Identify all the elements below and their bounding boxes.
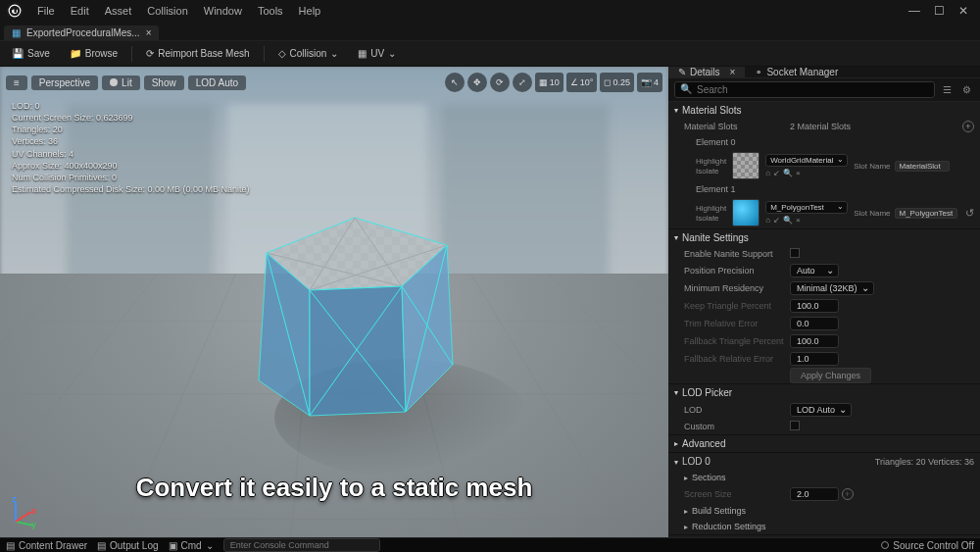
menu-asset[interactable]: Asset <box>97 5 140 17</box>
screen-size-field[interactable]: 2.0 <box>790 487 839 501</box>
reset-icon[interactable]: × <box>796 216 801 225</box>
element0-slot-name-field[interactable]: MaterialSlot <box>895 161 950 172</box>
element0-material-dropdown[interactable]: WorldGridMaterial <box>765 154 848 167</box>
category-header-sections[interactable]: ▸Sections <box>668 470 980 485</box>
category-header-lod-picker[interactable]: ▾LOD Picker <box>668 384 980 401</box>
lit-label: Lit <box>122 77 132 88</box>
show-label: Show <box>152 77 176 88</box>
add-material-slot-button[interactable]: + <box>962 121 974 132</box>
chevron-down-icon: ⌄ <box>388 48 396 59</box>
viewport-show-dropdown[interactable]: Show <box>144 75 184 90</box>
camera-speed-button[interactable]: 📷4 <box>637 73 662 92</box>
viewport-lit-dropdown[interactable]: Lit <box>102 75 140 90</box>
reimport-label: Reimport Base Mesh <box>158 48 249 59</box>
element1-highlight[interactable]: Highlight <box>696 204 726 213</box>
element1-slot-name-field[interactable]: M_PolygonTest <box>895 208 958 219</box>
category-header-build[interactable]: ▸Build Settings <box>668 503 980 519</box>
source-control-label: Source Control Off <box>893 540 974 551</box>
console-command-input[interactable] <box>223 538 380 552</box>
browse-button[interactable]: 📁 Browse <box>64 46 123 61</box>
axis-gizmo[interactable]: z x y <box>10 498 39 527</box>
source-control-button[interactable]: Source Control Off <box>881 540 974 551</box>
material-slots-count: 2 Material Slots <box>790 122 962 131</box>
category-header-nanite[interactable]: ▾Nanite Settings <box>668 229 980 246</box>
close-icon[interactable]: × <box>730 67 736 77</box>
category-material-slots: ▾Material Slots Material Slots 2 Materia… <box>668 102 980 229</box>
viewport[interactable]: ≡ Perspective Lit Show LOD Auto ↖ ✥ ⟳ ⤢ … <box>0 67 668 537</box>
screen-size-add-button[interactable]: + <box>842 488 854 500</box>
element1-isolate[interactable]: Isolate <box>696 214 726 223</box>
reimport-button[interactable]: ⟳ Reimport Base Mesh <box>140 46 255 61</box>
translate-mode-button[interactable]: ✥ <box>467 73 487 92</box>
browse-asset-icon[interactable]: ⌂ <box>765 216 770 225</box>
uv-label: UV <box>370 48 384 59</box>
asset-tab[interactable]: ▦ ExportedProceduralMes... × <box>4 25 159 40</box>
reset-icon[interactable]: × <box>796 169 801 177</box>
material-thumbnail[interactable] <box>732 152 760 179</box>
chevron-down-icon: ▾ <box>674 233 678 242</box>
viewport-lod-dropdown[interactable]: LOD Auto <box>188 75 246 90</box>
window-close-button[interactable]: ✕ <box>958 4 968 18</box>
find-icon[interactable]: 🔍 <box>783 216 793 225</box>
cmd-dropdown[interactable]: ▣Cmd ⌄ <box>169 540 214 551</box>
uv-dropdown[interactable]: ▦ UV ⌄ <box>352 46 402 61</box>
use-selection-icon[interactable]: ↙ <box>773 216 780 225</box>
content-drawer-button[interactable]: ▤Content Drawer <box>6 540 87 551</box>
nanite-tre-label: Trim Relative Error <box>684 319 790 328</box>
static-mesh[interactable] <box>227 198 482 441</box>
menu-file[interactable]: File <box>29 5 63 17</box>
lod-custom-checkbox[interactable] <box>790 421 800 430</box>
output-log-button[interactable]: ▤Output Log <box>97 540 158 551</box>
details-panel: ✎Details× ⚬Socket Manager 🔍 ☰ ⚙ ▾Materia… <box>668 67 980 537</box>
angle-snap-button[interactable]: ∠10° <box>566 73 598 92</box>
tab-details[interactable]: ✎Details× <box>668 67 745 77</box>
nanite-pos-prec-dropdown[interactable]: Auto <box>790 264 839 277</box>
category-header-reduction[interactable]: ▸Reduction Settings <box>668 519 980 534</box>
menu-window[interactable]: Window <box>196 5 250 17</box>
asset-tab-close-button[interactable]: × <box>146 27 152 38</box>
element0-isolate[interactable]: Isolate <box>696 167 726 176</box>
lod-dropdown[interactable]: LOD Auto <box>790 403 852 417</box>
menu-edit[interactable]: Edit <box>63 5 97 17</box>
stat-numcollision: Num Collision Primitives: 0 <box>12 172 250 183</box>
browse-asset-icon[interactable]: ⌂ <box>765 169 770 177</box>
filter-button[interactable]: ☰ <box>939 82 955 98</box>
tab-socket-manager[interactable]: ⚬Socket Manager <box>745 67 848 77</box>
scale-snap-value: 0.25 <box>612 77 630 87</box>
video-caption: Convert it easily to a static mesh <box>136 473 533 503</box>
nanite-ktp-field[interactable]: 100.0 <box>790 299 839 313</box>
element1-material-dropdown[interactable]: M_PolygonTest <box>765 201 848 214</box>
nanite-min-res-dropdown[interactable]: Minimal (32KB) <box>790 281 874 295</box>
menu-help[interactable]: Help <box>291 5 329 17</box>
element0-label: Element 0 <box>696 137 802 147</box>
scale-snap-button[interactable]: ◻0.25 <box>600 73 634 92</box>
category-header-lod0[interactable]: ▾LOD 0 Triangles: 20 Vertices: 36 <box>668 453 980 470</box>
viewport-menu-button[interactable]: ≡ <box>6 75 27 90</box>
scale-mode-button[interactable]: ⤢ <box>513 73 532 92</box>
reset-to-default-button[interactable]: ↺ <box>965 207 974 220</box>
window-maximize-button[interactable]: ☐ <box>934 4 945 18</box>
nanite-fre-field[interactable]: 1.0 <box>790 352 839 366</box>
category-header-material-slots[interactable]: ▾Material Slots <box>668 102 980 119</box>
nanite-enable-checkbox[interactable] <box>790 248 800 258</box>
grid-snap-button[interactable]: ▦10 <box>535 73 564 92</box>
category-header-advanced[interactable]: ▸Advanced <box>668 435 980 452</box>
bottom-bar: ▤Content Drawer ▤Output Log ▣Cmd ⌄ Sourc… <box>0 537 980 552</box>
rotate-mode-button[interactable]: ⟳ <box>490 73 510 92</box>
details-search-input[interactable] <box>674 81 935 98</box>
settings-button[interactable]: ⚙ <box>958 82 974 98</box>
collision-dropdown[interactable]: ◇ Collision ⌄ <box>272 46 345 61</box>
viewport-perspective-dropdown[interactable]: Perspective <box>31 75 98 90</box>
material-thumbnail[interactable] <box>732 199 760 226</box>
nanite-tre-field[interactable]: 0.0 <box>790 317 839 330</box>
nanite-apply-button[interactable]: Apply Changes <box>790 368 871 383</box>
use-selection-icon[interactable]: ↙ <box>773 169 780 177</box>
menu-collision[interactable]: Collision <box>139 5 196 17</box>
save-button[interactable]: 💾 Save <box>6 46 56 61</box>
select-mode-button[interactable]: ↖ <box>445 73 465 92</box>
nanite-ftp-field[interactable]: 100.0 <box>790 334 839 348</box>
window-minimize-button[interactable]: — <box>908 4 920 18</box>
find-icon[interactable]: 🔍 <box>783 169 793 177</box>
element0-highlight[interactable]: Highlight <box>696 157 726 166</box>
menu-tools[interactable]: Tools <box>250 5 291 17</box>
